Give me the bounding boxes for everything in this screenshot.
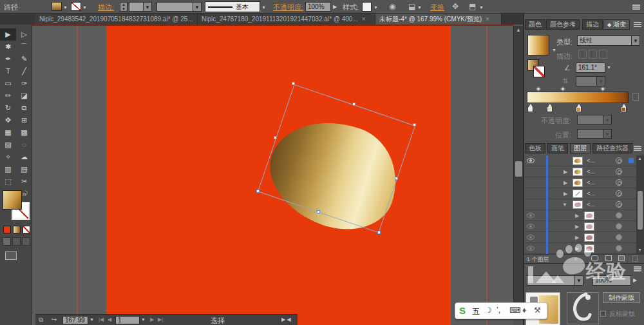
draw-inside-button[interactable] xyxy=(22,237,30,246)
target-icon[interactable] xyxy=(616,201,622,208)
angle-field[interactable]: 161.1° xyxy=(576,63,605,73)
gradient-midpoint[interactable] xyxy=(600,86,605,92)
expand-arrow-icon[interactable]: ▶ xyxy=(575,213,579,219)
angle-arrow[interactable]: ▼ xyxy=(607,65,611,70)
opacity-link[interactable]: 不透明度: xyxy=(273,3,303,12)
magic-wand-tool[interactable]: ✱ xyxy=(0,41,16,53)
scroll-down-arrow[interactable]: ▼ xyxy=(638,248,642,252)
canvas-pasteboard[interactable] xyxy=(32,26,513,325)
prev-artboard-icon[interactable]: ◀ xyxy=(108,317,111,322)
target-icon[interactable] xyxy=(616,245,622,251)
scroll-up-arrow[interactable]: ▲ xyxy=(638,156,642,161)
ime-mic-icon[interactable]: ♦ xyxy=(522,306,526,315)
stroke-swatch[interactable] xyxy=(71,2,81,11)
visibility-eye-icon[interactable] xyxy=(527,235,535,240)
artboard-number-field[interactable]: 1 xyxy=(115,316,140,324)
type-select[interactable]: 线性▼ xyxy=(577,35,640,46)
swap-fill-stroke-icon[interactable]: ⤸ xyxy=(24,190,28,197)
selection-handle[interactable] xyxy=(274,136,277,139)
selection-tool[interactable]: ▶ xyxy=(0,28,16,41)
layer-thumbnail[interactable] xyxy=(584,212,594,220)
history-icon[interactable]: ⧉ xyxy=(39,316,43,324)
visibility-eye-icon[interactable] xyxy=(527,158,535,163)
ime-wrench-icon[interactable]: ⚒ xyxy=(534,306,541,315)
layer-label[interactable]: <... xyxy=(587,201,595,208)
transparency-panel-menu-icon[interactable] xyxy=(634,268,641,270)
layer-label[interactable]: <... xyxy=(587,168,595,175)
eyedropper-tool[interactable]: ✧ xyxy=(0,151,16,163)
transparency-opacity-field[interactable]: 100% xyxy=(592,275,631,286)
document-tab-3-active[interactable]: 未标题-4* @ 167.99% (CMYK/预览)× xyxy=(375,14,502,25)
draw-behind-button[interactable] xyxy=(12,237,21,246)
close-icon[interactable]: × xyxy=(486,15,489,23)
gradient-preview-swatch[interactable] xyxy=(527,35,549,55)
transparency-opacity-arrow[interactable]: ▶ xyxy=(633,277,637,283)
scrollbar-thumb[interactable] xyxy=(638,191,643,230)
free-transform-tool[interactable]: ✥ xyxy=(0,114,16,126)
layer-row[interactable]: ▶ <... xyxy=(525,166,636,177)
brush-definition-arrow[interactable]: ▼ xyxy=(261,5,266,10)
clipping-mask-icon[interactable] xyxy=(591,255,598,261)
layers-vscrollbar[interactable]: ▲ ▼ xyxy=(636,155,644,254)
chevron-down-icon[interactable]: ▼ xyxy=(631,36,639,45)
blend-mode-select[interactable]: ▼ xyxy=(527,275,583,286)
layer-row[interactable]: ▶ <... xyxy=(525,188,636,199)
new-sublayer-icon[interactable] xyxy=(605,255,612,261)
visibility-eye-icon[interactable] xyxy=(527,224,535,229)
gradient-button[interactable] xyxy=(13,226,21,233)
layers-panel-menu-icon[interactable] xyxy=(634,148,641,149)
target-icon[interactable] xyxy=(616,179,622,186)
rectangle-tool[interactable]: ▭ xyxy=(0,77,16,90)
expand-arrow-icon[interactable]: ▶ xyxy=(575,235,579,241)
layer-thumbnail[interactable] xyxy=(573,179,583,187)
stroke-dropdown-arrow[interactable]: ▼ xyxy=(82,5,87,10)
layer-thumbnail[interactable] xyxy=(573,168,583,176)
gradient-stop-4[interactable] xyxy=(621,106,627,112)
export-icon[interactable]: ↪ xyxy=(52,316,57,323)
selection-handle[interactable] xyxy=(317,210,320,213)
gradient-midpoint[interactable] xyxy=(560,86,565,92)
paintbrush-tool[interactable]: ✑ xyxy=(16,77,32,90)
fill-dropdown-arrow[interactable]: ▼ xyxy=(63,5,68,10)
ime-logo[interactable]: S xyxy=(459,305,466,316)
layer-label[interactable]: <... xyxy=(587,190,595,197)
expand-arrow-icon[interactable]: ▶ xyxy=(575,246,579,251)
gradient-stop-3[interactable] xyxy=(576,106,582,112)
selected-art-indicator[interactable] xyxy=(629,158,634,163)
layer-row[interactable]: ▶ <... xyxy=(525,177,636,188)
shape-builder-tool[interactable]: ⊞ xyxy=(16,114,32,126)
gradient-stop-2[interactable] xyxy=(547,106,553,112)
locate-object-icon[interactable]: ⌕ xyxy=(574,255,578,262)
transform-link[interactable]: 变换 xyxy=(430,3,444,12)
tab-swatches[interactable]: 色板 xyxy=(525,143,545,153)
brush-definition-select[interactable]: 基本 xyxy=(205,1,260,12)
gradient-tool[interactable]: ▨ xyxy=(0,139,16,151)
direct-selection-tool[interactable]: ▷ xyxy=(16,28,32,41)
target-icon[interactable] xyxy=(616,168,622,175)
layer-row[interactable]: ▼ <... xyxy=(525,199,636,210)
tab-stroke[interactable]: 描边 xyxy=(582,19,603,30)
width-profile-select[interactable]: ▼ xyxy=(156,2,202,12)
document-tab-2[interactable]: Nipic_24787180_20191113201921447032.ai* … xyxy=(198,14,375,25)
draw-normal-button[interactable] xyxy=(3,237,11,246)
layer-thumbnail[interactable] xyxy=(573,157,583,165)
tab-color-guide[interactable]: 颜色参考 xyxy=(546,19,580,30)
distribute-icon[interactable]: ⬒ xyxy=(469,2,476,11)
tab-brushes[interactable]: 画笔 xyxy=(547,143,568,153)
selection-handle[interactable] xyxy=(413,123,416,126)
layer-label[interactable]: <... xyxy=(587,179,595,186)
expand-arrow-icon[interactable]: ▶ xyxy=(564,191,567,197)
layer-row[interactable]: ▶ xyxy=(525,221,636,232)
visibility-eye-icon[interactable] xyxy=(527,213,535,218)
tab-layers[interactable]: 图层 xyxy=(570,143,591,153)
opacity-arrow[interactable]: ▶ xyxy=(333,4,337,10)
expand-arrow-icon[interactable]: ▶ xyxy=(564,169,567,175)
target-icon[interactable] xyxy=(616,212,622,219)
selection-handle[interactable] xyxy=(352,103,355,106)
layer-row[interactable]: <... xyxy=(525,155,636,166)
invert-mask-label[interactable]: 反相蒙版 xyxy=(609,310,635,319)
layer-row[interactable]: ▶ xyxy=(525,243,636,254)
new-layer-icon[interactable] xyxy=(618,255,625,261)
tab-pathfinder[interactable]: 路径查找器 xyxy=(592,143,632,153)
visibility-eye-icon[interactable] xyxy=(527,246,535,251)
